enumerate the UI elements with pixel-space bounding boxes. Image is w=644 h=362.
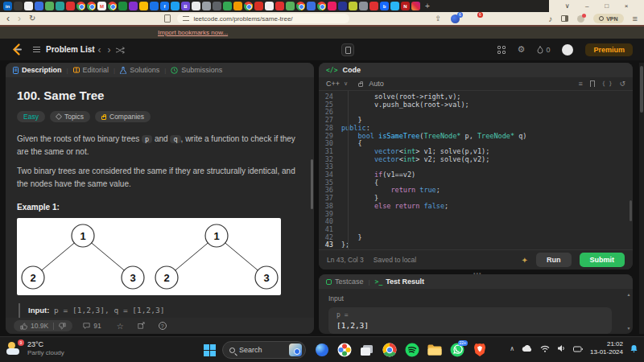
extensions-icon[interactable] (577, 15, 584, 23)
volume-icon[interactable] (557, 341, 566, 356)
pinned-tab-github-2[interactable] (265, 2, 274, 10)
tab-editorial[interactable]: Editorial (73, 66, 109, 74)
taskbar-app-photos[interactable] (336, 343, 352, 358)
pinned-tab-green-app-3[interactable] (286, 2, 295, 10)
pinned-tab-instagram[interactable] (411, 2, 420, 10)
maximize-button[interactable]: □ (605, 3, 609, 10)
pinned-tab-orange-app[interactable] (233, 2, 242, 10)
braces-icon[interactable]: { } (602, 80, 613, 87)
streak-indicator[interactable]: 0 (537, 46, 550, 54)
pinned-tab-chrome-4[interactable] (244, 2, 253, 10)
battery-icon[interactable] (573, 341, 583, 356)
pinned-tab-chrome-2[interactable] (87, 2, 96, 10)
pinned-tab-docs-2[interactable] (307, 2, 316, 10)
tab-search-chevron[interactable]: ∨ (565, 3, 570, 10)
testcase-input-box[interactable]: p = [1,2,3] (328, 307, 612, 334)
taskbar-app-chrome[interactable] (382, 343, 397, 358)
taskbar-app-spotify[interactable] (404, 343, 419, 358)
description-scrollbar[interactable] (311, 159, 313, 209)
onedrive-cloud-icon[interactable] (522, 341, 533, 356)
testcase-scrollbar[interactable]: ▲▼ (626, 292, 631, 331)
pinned-tab-chrome-5[interactable] (296, 2, 305, 10)
pinned-tab-sheets[interactable] (118, 2, 127, 10)
bookmark-code-icon[interactable] (590, 80, 595, 87)
new-tab-button[interactable]: + (425, 2, 430, 10)
pinned-tab-active-tab[interactable] (14, 2, 23, 10)
apps-grid-icon[interactable] (497, 46, 506, 54)
avatar[interactable] (562, 44, 573, 56)
help-icon[interactable]: ? (159, 322, 167, 330)
pinned-tab-github[interactable] (24, 2, 33, 10)
site-settings-icon[interactable] (183, 16, 189, 21)
code-line-43[interactable]: 43}; (319, 241, 633, 249)
share-problem-icon[interactable] (138, 322, 145, 331)
tab-testcase[interactable]: Testcase (326, 278, 364, 286)
pinned-tab-gray-app[interactable] (202, 2, 211, 10)
menu-icon[interactable]: ≡ (633, 14, 638, 23)
pinned-tab-green-app-2[interactable] (223, 2, 232, 10)
notification-bell-icon[interactable] (630, 341, 638, 356)
code-editor[interactable]: 24 solve(root->right,v);25 v.push_back(r… (319, 91, 633, 249)
pinned-tab-lime-app[interactable] (349, 2, 357, 10)
code-line-42[interactable]: 42 } (319, 234, 633, 242)
code-line-29[interactable]: 29 bool isSameTree(TreeNode* p, TreeNode… (319, 133, 633, 141)
code-line-41[interactable]: 41 (319, 226, 633, 234)
code-line-38[interactable]: 38 else return false; (319, 203, 633, 211)
code-line-40[interactable]: 40 (319, 218, 633, 226)
sidebar-toggle-icon[interactable] (561, 15, 568, 22)
pinned-tab-youtube-3[interactable] (369, 2, 378, 10)
pinned-tab-behance[interactable]: b (380, 2, 389, 10)
pinned-tab-globe-app[interactable] (359, 2, 368, 10)
reload-button[interactable]: ↻ (29, 14, 35, 23)
url-bar[interactable]: leetcode.com/problems/same-tree/ (177, 14, 349, 23)
pinned-tab-facebook[interactable]: f (160, 2, 169, 10)
pinned-tab-linkedin[interactable]: in (3, 2, 12, 10)
prev-problem-button[interactable]: ‹ (95, 44, 105, 56)
code-line-26[interactable]: 26 (319, 109, 633, 117)
tab-submissions[interactable]: Submissions (171, 66, 222, 74)
close-button[interactable]: × (625, 3, 629, 10)
pinned-tab-blue-app[interactable] (150, 2, 159, 10)
taskbar-app-task-view[interactable] (359, 343, 374, 358)
pinned-tab-netflix[interactable]: N (401, 2, 410, 10)
share-icon[interactable]: ⇪ (435, 14, 441, 23)
vpn-pill-button[interactable]: VPN (593, 14, 623, 23)
problem-list-nav[interactable]: Problem List (33, 45, 95, 54)
pinned-tab-photos-app[interactable] (192, 2, 200, 10)
code-line-39[interactable]: 39 (319, 211, 633, 219)
pinned-tab-chrome-3[interactable] (108, 2, 117, 10)
favorite-star-icon[interactable]: ☆ (117, 322, 124, 331)
taskbar-app-copilot[interactable] (314, 343, 329, 358)
next-problem-button[interactable]: › (105, 44, 114, 56)
warning-extension-icon[interactable]: 6 (471, 14, 480, 23)
pinned-tab-lightblue-app[interactable] (390, 2, 399, 10)
pinned-tab-drive[interactable] (139, 2, 148, 10)
pinned-tab-youtube[interactable] (66, 2, 75, 10)
format-icon[interactable]: ≡ (579, 80, 583, 88)
tab-description[interactable]: Description (13, 66, 62, 74)
companies-badge[interactable]: Companies (95, 111, 151, 122)
difficulty-badge[interactable]: Easy (17, 111, 45, 122)
media-icon[interactable]: ♪ (548, 14, 552, 23)
taskbar-search[interactable]: Search (222, 341, 306, 359)
code-line-25[interactable]: 25 v.push_back(root->val); (319, 101, 633, 109)
leetcode-logo-icon[interactable] (11, 43, 22, 56)
pinned-tab-green-app[interactable] (45, 2, 54, 10)
vpn-extension-icon[interactable]: 6 (451, 14, 460, 23)
editor-scrollbar[interactable] (630, 200, 632, 221)
pinned-tab-indigo-app[interactable] (338, 2, 347, 10)
run-button[interactable]: Run (536, 253, 572, 267)
premium-button[interactable]: Premium (585, 43, 633, 56)
shuffle-icon[interactable] (116, 43, 125, 57)
like-button[interactable]: 10.9K (20, 322, 48, 330)
code-line-32[interactable]: 32 vector<int> v2; solve(q,v2); (319, 156, 633, 164)
language-selector[interactable]: C++ (326, 80, 340, 88)
pinned-tab-slides[interactable] (129, 2, 138, 10)
pinned-tab-settings-app[interactable] (213, 2, 221, 10)
pinned-tab-youtube-2[interactable] (275, 2, 284, 10)
comments-button[interactable]: 91 (83, 322, 101, 330)
reset-code-icon[interactable]: ↺ (619, 80, 625, 88)
pinned-tab-bitwarden[interactable]: B (181, 2, 190, 10)
import-bookmarks-link[interactable]: Import bookmarks now... (158, 29, 228, 36)
pinned-tab-gmail[interactable]: M (97, 2, 106, 10)
